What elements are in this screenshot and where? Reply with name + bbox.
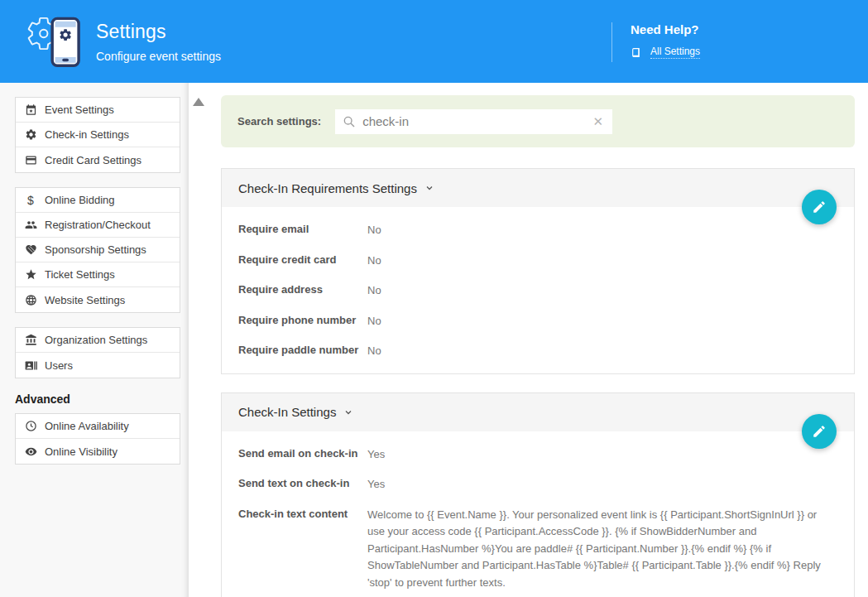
people-icon	[24, 219, 37, 232]
sidebar-item-label: Online Visibility	[45, 445, 117, 458]
sidebar-item-event-settings[interactable]: Event Settings	[16, 98, 180, 123]
app-header: Settings Configure event settings Need H…	[0, 0, 868, 83]
settings-sidebar: Event Settings Check-in Settings Credit …	[0, 83, 189, 597]
contacts-icon	[24, 359, 37, 372]
sidebar-item-label: Sponsorship Settings	[45, 243, 146, 256]
sidebar-item-label: Online Availability	[45, 420, 129, 432]
setting-row: Require paddle number No	[238, 336, 837, 367]
search-input[interactable]	[362, 114, 591, 128]
sidebar-group-commerce: $ Online Bidding Registration/Checkout S…	[15, 187, 180, 313]
advanced-heading: Advanced	[15, 392, 189, 406]
setting-value: No	[367, 222, 824, 239]
setting-row: Require email No	[238, 215, 837, 246]
sidebar-group-event: Event Settings Check-in Settings Credit …	[15, 97, 180, 173]
globe-icon	[24, 293, 37, 306]
section-body: Send email on check-in Yes Send text on …	[222, 431, 854, 597]
search-box: ✕	[335, 109, 612, 134]
setting-value: Welcome to {{ Event.Name }}. Your person…	[367, 507, 824, 592]
sidebar-item-registration-checkout[interactable]: Registration/Checkout	[16, 213, 180, 238]
sidebar-item-label: Organization Settings	[45, 334, 147, 346]
need-help-heading: Need Help?	[631, 22, 700, 36]
clear-search-icon[interactable]: ✕	[592, 114, 606, 129]
scroll-to-top-arrow[interactable]	[193, 98, 204, 106]
setting-label: Check-in text content	[238, 507, 367, 592]
search-icon	[343, 115, 356, 128]
book-icon	[631, 47, 641, 58]
star-icon	[24, 268, 37, 282]
sidebar-item-sponsorship-settings[interactable]: Sponsorship Settings	[16, 238, 180, 262]
setting-row: Send text on check-in Yes	[238, 469, 837, 500]
setting-label: Send text on check-in	[238, 476, 367, 493]
page-title: Settings	[96, 21, 221, 43]
section-header[interactable]: Check-In Requirements Settings	[222, 169, 854, 207]
sidebar-item-online-visibility[interactable]: Online Visibility	[16, 439, 180, 464]
setting-value: Yes	[367, 446, 824, 464]
sidebar-item-credit-card-settings[interactable]: Credit Card Settings	[16, 147, 180, 172]
sidebar-item-label: Event Settings	[45, 104, 114, 116]
sidebar-item-website-settings[interactable]: Website Settings	[16, 287, 180, 312]
gear-icon	[24, 128, 37, 142]
setting-value: No	[367, 313, 824, 330]
setting-row: Require credit card No	[238, 246, 837, 277]
sidebar-item-users[interactable]: Users	[16, 353, 180, 378]
eye-icon	[24, 445, 37, 458]
section-header[interactable]: Check-In Settings	[222, 393, 854, 431]
setting-row: Check-in text content Welcome to {{ Even…	[238, 500, 837, 597]
clock-icon	[24, 420, 37, 433]
dollar-icon: $	[24, 194, 37, 207]
setting-label: Require address	[238, 282, 367, 300]
all-settings-label: All Settings	[650, 46, 700, 59]
event-icon	[24, 104, 37, 117]
section-checkin-settings: Check-In Settings Send email on check-in…	[221, 392, 855, 597]
heart-hand-icon	[24, 243, 37, 257]
sidebar-item-checkin-settings[interactable]: Check-in Settings	[16, 123, 180, 147]
setting-label: Require phone number	[238, 313, 367, 330]
chevron-down-icon	[343, 407, 353, 417]
sidebar-item-label: Registration/Checkout	[45, 219, 151, 231]
sidebar-item-label: Website Settings	[45, 294, 125, 306]
settings-phone-icon	[17, 7, 84, 76]
setting-label: Require credit card	[238, 253, 367, 270]
section-checkin-requirements: Check-In Requirements Settings Require e…	[221, 168, 855, 374]
pencil-icon	[812, 200, 827, 214]
section-body: Require email No Require credit card No …	[222, 207, 854, 373]
section-title: Check-In Requirements Settings	[238, 181, 417, 195]
sidebar-item-ticket-settings[interactable]: Ticket Settings	[16, 262, 180, 287]
sidebar-item-online-bidding[interactable]: $ Online Bidding	[16, 188, 180, 213]
setting-row: Send email on check-in Yes	[238, 440, 837, 470]
setting-label: Require paddle number	[238, 343, 367, 360]
all-settings-link[interactable]: All Settings	[631, 46, 700, 59]
sidebar-group-org: Organization Settings Users	[15, 327, 180, 378]
setting-value: No	[367, 253, 824, 270]
setting-value: No	[367, 282, 824, 300]
sidebar-item-label: Ticket Settings	[45, 268, 115, 281]
credit-card-icon	[24, 153, 37, 166]
help-block: Need Help? All Settings	[611, 22, 700, 62]
settings-main: Search settings: ✕ Check-In Requirements…	[189, 83, 868, 597]
edit-button[interactable]	[802, 414, 837, 449]
bank-icon	[24, 334, 37, 347]
setting-row: Require address No	[238, 276, 837, 306]
search-panel: Search settings: ✕	[221, 95, 855, 147]
setting-label: Require email	[238, 222, 367, 239]
sidebar-item-label: Users	[45, 359, 73, 372]
setting-value: Yes	[367, 476, 824, 493]
chevron-down-icon	[424, 183, 434, 193]
sidebar-item-label: Credit Card Settings	[45, 154, 141, 166]
page-subtitle: Configure event settings	[96, 50, 221, 63]
setting-value: No	[367, 343, 824, 360]
section-title: Check-In Settings	[238, 405, 336, 419]
pencil-icon	[812, 424, 827, 439]
sidebar-item-label: Check-in Settings	[45, 128, 129, 141]
setting-row: Require phone number No	[238, 306, 837, 337]
sidebar-group-advanced: Online Availability Online Visibility	[15, 413, 180, 465]
sidebar-item-online-availability[interactable]: Online Availability	[16, 414, 180, 439]
search-label: Search settings:	[237, 115, 321, 128]
setting-label: Send email on check-in	[238, 446, 367, 464]
sidebar-item-label: Online Bidding	[45, 194, 115, 206]
edit-button[interactable]	[802, 190, 837, 224]
sidebar-item-organization-settings[interactable]: Organization Settings	[16, 328, 180, 353]
